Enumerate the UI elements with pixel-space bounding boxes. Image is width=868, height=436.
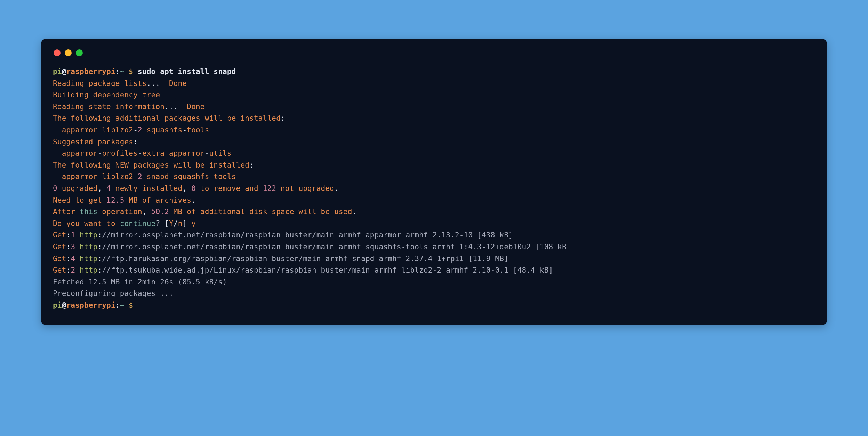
prompt-host: raspberrypi [66,301,115,309]
output-line: apparmor liblzo2 [53,172,133,181]
output-line: Get [53,266,66,274]
prompt-colon: : [115,67,120,76]
output-line: Reading package lists [53,79,147,88]
output-line: Need [53,196,71,204]
terminal-window: pi@raspberrypi:~ $ sudo apt install snap… [41,39,827,325]
output-line: Do [53,219,62,228]
close-icon[interactable] [54,49,61,56]
output-line: Get [53,255,66,263]
command: sudo apt install snapd [138,67,236,76]
prompt-host: raspberrypi [66,67,115,76]
output-line: Suggested packages [53,138,133,146]
prompt-at: @ [62,67,66,76]
prompt-user: pi [53,67,62,76]
output-line: Get [53,231,66,239]
prompt-user: pi [53,301,62,309]
terminal-output[interactable]: pi@raspberrypi:~ $ sudo apt install snap… [53,66,815,311]
prompt-symbol: $ [129,67,133,76]
output-line: apparmor [53,149,97,158]
prompt-path: ~ [120,301,124,309]
output-line: Reading state information [53,103,164,111]
titlebar [53,48,815,66]
output-line: apparmor liblzo2 [53,126,133,134]
output-line: After [53,208,75,216]
maximize-icon[interactable] [76,49,83,56]
output-line: Fetched 12.5 MB in 2min 26s (85.5 kB/s) [53,278,227,286]
output-line: Preconfiguring packages ... [53,289,174,298]
output-line: Get [53,243,66,251]
output-line: The following additional packages will b… [53,114,281,122]
prompt-symbol: $ [129,301,133,309]
output-line: The following NEW packages will be insta… [53,161,249,169]
output-line: Building dependency tree [53,91,160,99]
prompt-colon: : [115,301,120,309]
minimize-icon[interactable] [65,49,72,56]
output-line: 0 [53,184,57,193]
prompt-path: ~ [120,67,124,76]
prompt-at: @ [62,301,66,309]
